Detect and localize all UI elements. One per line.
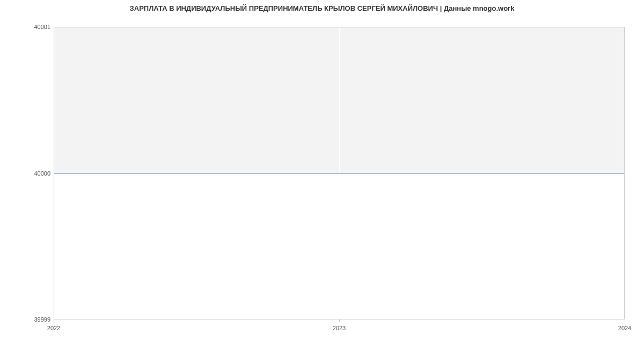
y-tick-label: 40000 bbox=[34, 170, 50, 177]
data-line-series-0 bbox=[54, 173, 624, 173]
y-tick-label: 39999 bbox=[34, 316, 50, 323]
chart-plot-area: 40001 40000 39999 2022 2023 2024 bbox=[54, 27, 625, 319]
x-tick-mark bbox=[339, 319, 340, 322]
plot-background bbox=[54, 27, 625, 319]
x-tick-label: 2023 bbox=[333, 325, 346, 331]
x-tick-label: 2022 bbox=[47, 325, 60, 331]
x-tick-mark bbox=[54, 319, 54, 322]
x-tick-mark bbox=[625, 319, 625, 322]
y-tick-label: 40001 bbox=[34, 24, 50, 30]
chart-title: ЗАРПЛАТА В ИНДИВИДУАЛЬНЫЙ ПРЕДПРИНИМАТЕЛ… bbox=[0, 0, 644, 14]
x-tick-label: 2024 bbox=[618, 325, 631, 331]
